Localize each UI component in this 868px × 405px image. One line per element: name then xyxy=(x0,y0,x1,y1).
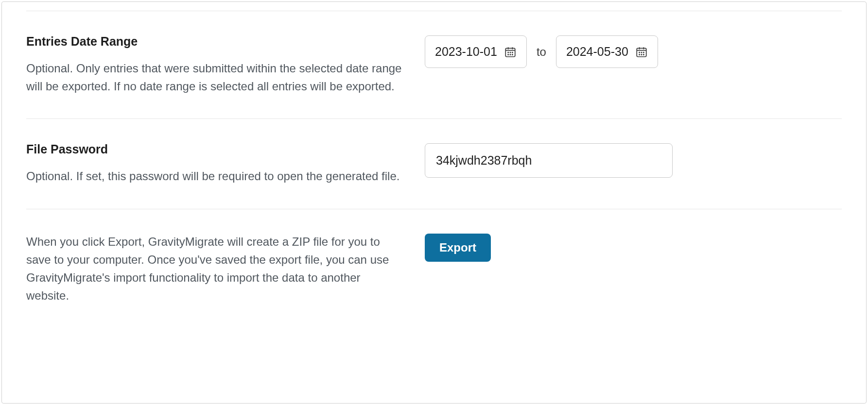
export-settings-panel: Entries Date Range Optional. Only entrie… xyxy=(1,1,867,404)
svg-point-8 xyxy=(510,54,510,54)
date-range-section: Entries Date Range Optional. Only entrie… xyxy=(26,11,842,119)
file-password-section: File Password Optional. If set, this pas… xyxy=(26,119,842,209)
calendar-icon xyxy=(504,46,517,58)
date-range-left: Entries Date Range Optional. Only entrie… xyxy=(26,34,405,95)
svg-point-4 xyxy=(508,52,508,52)
svg-point-5 xyxy=(510,52,510,52)
date-from-input[interactable]: 2023-10-01 xyxy=(425,35,527,68)
export-left: When you click Export, GravityMigrate wi… xyxy=(26,233,405,305)
svg-point-14 xyxy=(639,52,640,52)
file-password-input[interactable] xyxy=(425,143,673,178)
date-range-separator: to xyxy=(537,45,546,59)
date-range-row: 2023-10-01 xyxy=(425,35,842,68)
calendar-icon xyxy=(635,46,648,58)
file-password-description: Optional. If set, this password will be … xyxy=(26,167,405,185)
date-range-title: Entries Date Range xyxy=(26,34,405,49)
file-password-title: File Password xyxy=(26,142,405,156)
svg-point-19 xyxy=(643,54,643,54)
export-description: When you click Export, GravityMigrate wi… xyxy=(26,233,405,305)
date-range-right: 2023-10-01 xyxy=(425,34,842,95)
svg-point-9 xyxy=(512,54,513,54)
export-right: Export xyxy=(425,233,842,305)
export-section: When you click Export, GravityMigrate wi… xyxy=(26,209,842,328)
date-from-value: 2023-10-01 xyxy=(435,45,497,59)
svg-point-6 xyxy=(512,52,513,52)
file-password-left: File Password Optional. If set, this pas… xyxy=(26,142,405,185)
svg-point-18 xyxy=(641,54,642,54)
svg-point-16 xyxy=(643,52,643,52)
svg-point-15 xyxy=(641,52,642,52)
date-to-input[interactable]: 2024-05-30 xyxy=(556,35,658,68)
export-button[interactable]: Export xyxy=(425,234,491,262)
date-range-description: Optional. Only entries that were submitt… xyxy=(26,59,405,95)
svg-point-7 xyxy=(508,54,508,54)
svg-point-17 xyxy=(639,54,640,54)
date-to-value: 2024-05-30 xyxy=(566,45,628,59)
file-password-right xyxy=(425,142,842,185)
